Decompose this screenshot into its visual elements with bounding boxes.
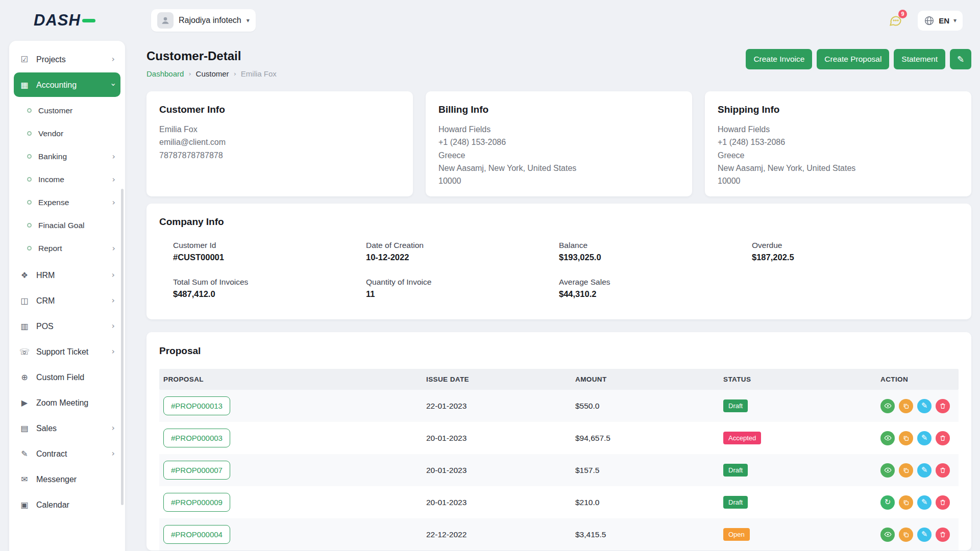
sidebar-item-label: Sales [36,423,105,433]
proposal-table-head: PROPOSALISSUE DATEAMOUNTSTATUSACTION [159,369,959,390]
sidebar-subitem-customer[interactable]: Customer [22,99,120,122]
proposal-link[interactable]: #PROP000004 [163,525,230,544]
trash-button[interactable] [936,463,950,478]
refresh-button[interactable]: ↻ [880,495,895,510]
sidebar-item-zoom-meeting[interactable]: ▶Zoom Meeting [14,390,120,415]
messages-button[interactable]: 9 [889,14,902,28]
info-line: Greece [438,149,679,162]
table-row: #PROP00000422-12-2022$3,415.5Open✎ [159,518,959,550]
edit-customer-button[interactable]: ✎ [950,49,971,69]
trash-button[interactable] [936,431,950,445]
eye-button[interactable] [880,431,895,445]
chevron-right-icon: › [112,271,115,279]
sidebar-item-label: HRM [36,270,105,280]
eye-button[interactable] [880,399,895,413]
accounting-icon: ▦ [19,80,30,90]
sidebar-item-sales[interactable]: ▤Sales› [14,416,120,440]
pencil-button[interactable]: ✎ [917,528,932,542]
pencil-button[interactable]: ✎ [917,431,932,445]
actions-cell: ↻✎ [880,495,959,510]
proposal-link[interactable]: #PROP000003 [163,429,230,447]
workspace-selector[interactable]: Rajodiya infotech ▾ [151,9,256,32]
info-line: Greece [718,149,959,162]
sidebar-item-hrm[interactable]: ❖HRM› [14,263,120,287]
sidebar-subitem-report[interactable]: Report› [22,237,120,260]
projects-icon: ☑ [19,54,30,64]
table-row: #PROP00001322-01-2023$550.0Draft✎ [159,390,959,422]
copy-button[interactable] [899,431,913,445]
sidebar-subitem-expense[interactable]: Expense› [22,191,120,214]
trash-button[interactable] [936,399,950,413]
proposal-link[interactable]: #PROP000009 [163,493,230,512]
chevron-right-icon: › [112,244,115,253]
breadcrumb-item-customer[interactable]: Customer [196,69,229,78]
status-cell: Open [723,528,880,541]
copy-icon [902,435,910,442]
sidebar-item-messenger[interactable]: ✉Messenger [14,467,120,491]
chevron-right-icon: › [112,347,115,356]
copy-icon [902,531,910,538]
copy-button[interactable] [899,399,913,413]
pencil-button[interactable]: ✎ [917,495,932,510]
field-value: $487,412.0 [173,289,366,299]
sidebar-item-support-ticket[interactable]: ☏Support Ticket› [14,339,120,364]
sidebar-item-label: Zoom Meeting [36,398,115,408]
create-invoice-button[interactable]: Create Invoice [746,49,812,69]
company-field-date-of-creation: Date of Creation10-12-2022 [366,241,559,262]
trash-icon [939,435,946,442]
actions-cell: ✎ [880,528,959,542]
sidebar-item-accounting[interactable]: ▦Accounting› [14,72,120,97]
sidebar-subitem-banking[interactable]: Banking› [22,145,120,168]
bullet-icon [27,131,32,136]
proposal-link[interactable]: #PROP000007 [163,461,230,480]
field-value: 10-12-2022 [366,253,559,262]
info-line: Howard Fields [438,123,679,136]
sidebar-subitem-income[interactable]: Income› [22,168,120,191]
trash-button[interactable] [936,528,950,542]
sidebar-subitem-vendor[interactable]: Vendor [22,122,120,145]
sidebar-item-crm[interactable]: ◫CRM› [14,288,120,313]
issue-date-cell: 20-01-2023 [426,466,575,475]
pencil-button[interactable]: ✎ [917,463,932,478]
amount-cell: $3,415.5 [575,530,723,539]
sidebar-item-pos[interactable]: ▥POS› [14,314,120,338]
eye-button[interactable] [880,528,895,542]
crm-icon: ◫ [19,295,30,306]
language-selector[interactable]: EN ▾ [918,11,963,31]
info-line: Emilia Fox [159,123,400,136]
sales-icon: ▤ [19,423,30,433]
amount-cell: $550.0 [575,402,723,411]
status-cell: Accepted [723,432,880,444]
info-line: +1 (248) 153-2086 [438,136,679,148]
chevron-right-icon: › [112,296,115,305]
status-badge: Open [723,528,750,541]
sidebar-subitem-finacial-goal[interactable]: Finacial Goal [22,214,120,237]
pencil-button[interactable]: ✎ [917,399,932,413]
sidebar-scrollbar[interactable] [121,189,124,505]
sidebar-item-custom-field[interactable]: ⊕Custom Field [14,365,120,389]
sidebar-item-projects[interactable]: ☑Projects› [14,47,120,71]
calendar-icon: ▣ [19,499,30,510]
breadcrumb-item-dashboard[interactable]: Dashboard [146,69,184,78]
trash-button[interactable] [936,495,950,510]
eye-button[interactable] [880,463,895,478]
proposal-link[interactable]: #PROP000013 [163,396,230,415]
breadcrumb-item-emilia-fox: Emilia Fox [241,69,277,78]
status-cell: Draft [723,399,880,412]
create-proposal-button[interactable]: Create Proposal [817,49,889,69]
sidebar-item-calendar[interactable]: ▣Calendar [14,492,120,517]
copy-button[interactable] [899,495,913,510]
copy-button[interactable] [899,528,913,542]
card-title: Billing Info [438,104,679,115]
actions-cell: ✎ [880,399,959,413]
copy-button[interactable] [899,463,913,478]
sidebar-item-contract[interactable]: ✎Contract› [14,441,120,466]
chevron-right-icon: › [112,55,115,63]
eye-icon [884,402,892,410]
bullet-icon [27,246,32,251]
statement-button[interactable]: Statement [894,49,945,69]
info-cards-row: Customer InfoEmilia Foxemilia@client.com… [146,91,971,196]
sidebar-nav: ☑Projects›▦Accounting›CustomerVendorBank… [14,47,120,517]
status-badge: Draft [723,464,748,477]
page-title: Customer-Detail [146,49,277,63]
